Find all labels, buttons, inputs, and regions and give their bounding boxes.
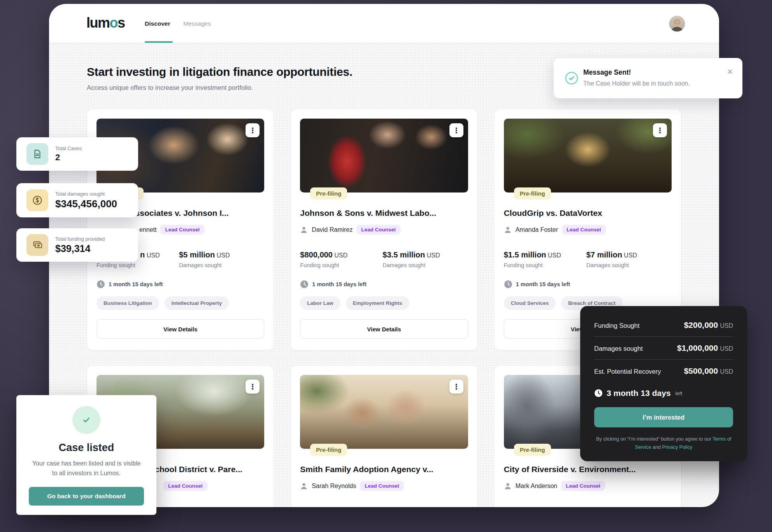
tag-pill: Intellectual Property bbox=[165, 296, 229, 310]
clock-icon bbox=[96, 280, 105, 289]
case-title: Smith Family Adoption Agency v... bbox=[300, 464, 468, 474]
active-tab-underline bbox=[145, 41, 173, 43]
lead-counsel-badge: Lead Counsel bbox=[160, 225, 204, 234]
damages-label: Damages sought bbox=[179, 262, 230, 268]
tab-discover[interactable]: Discover bbox=[145, 20, 170, 27]
tag-pill: Employment Rights bbox=[346, 296, 409, 310]
time-left: 1 month 15 days left bbox=[109, 281, 163, 287]
stat-total-funding: Total funding provided $39,314 bbox=[16, 228, 138, 262]
attorney-name: David Ramirez bbox=[312, 226, 353, 233]
status-badge: Pre-filing bbox=[310, 444, 347, 456]
case-detail-panel: Funding Sought $200,000USD Damages sough… bbox=[580, 306, 747, 461]
status-badge: Pre-filing bbox=[310, 187, 347, 200]
clock-icon bbox=[504, 280, 512, 289]
damages-value: $3.5 million bbox=[382, 250, 425, 259]
banknotes-icon bbox=[32, 240, 43, 250]
stat-value: $39,314 bbox=[55, 243, 105, 254]
panel-row-recovery: Est. Potential Recovery $500,000USD bbox=[594, 360, 733, 382]
case-title: CloudGrip vs. DataVortex bbox=[504, 208, 672, 218]
success-check-icon bbox=[72, 406, 100, 434]
user-avatar[interactable] bbox=[669, 16, 685, 32]
case-photo bbox=[300, 119, 468, 192]
panel-disclaimer: By clicking on “I’m interested” button y… bbox=[594, 435, 733, 451]
funding-value: $800,000 bbox=[300, 250, 332, 259]
panel-row-damages: Damages sought $1,000,000USD bbox=[594, 337, 733, 360]
funding-value: n bbox=[140, 250, 145, 259]
view-details-button[interactable]: View Details bbox=[300, 319, 468, 339]
modal-title: Case listed bbox=[29, 442, 144, 454]
go-back-dashboard-button[interactable]: Go back to your dashboard bbox=[29, 487, 144, 506]
status-badge: Pre-filing bbox=[514, 444, 551, 456]
im-interested-button[interactable]: I’m interested bbox=[594, 407, 733, 427]
kebab-menu-button[interactable]: ⋮ bbox=[449, 380, 463, 394]
case-photo bbox=[504, 119, 672, 192]
case-title: Johnson & Sons v. Midwest Labo... bbox=[300, 208, 468, 218]
person-icon bbox=[300, 482, 308, 490]
damages-value: $7 million bbox=[586, 250, 622, 259]
case-title: City of Riverside v. Environment... bbox=[504, 464, 672, 474]
damages-label: Damages sought bbox=[586, 262, 637, 268]
attorney-name: Mark Anderson bbox=[516, 483, 558, 490]
lead-counsel-badge: Lead Counsel bbox=[356, 225, 400, 234]
close-icon[interactable]: ✕ bbox=[727, 67, 733, 76]
panel-row-funding: Funding Sought $200,000USD bbox=[594, 314, 733, 337]
view-details-button[interactable]: View Details bbox=[96, 319, 264, 339]
success-check-icon bbox=[565, 72, 578, 85]
toast-message-sent: Message Sent! The Case Holder will be in… bbox=[554, 58, 742, 98]
funding-label: Funding sought bbox=[504, 262, 586, 268]
funding-value: $1.5 million bbox=[504, 250, 546, 259]
lead-counsel-badge: Lead Counsel bbox=[360, 481, 404, 491]
stat-label: Total damages sought bbox=[55, 191, 117, 197]
attorney-name: Sarah Reynolds bbox=[312, 483, 356, 490]
tab-messages[interactable]: Messages bbox=[183, 20, 211, 27]
person-icon bbox=[504, 482, 512, 490]
status-badge: Pre-filing bbox=[514, 187, 551, 200]
funding-label: Funding sought bbox=[300, 262, 382, 268]
tag-pill: Business Litigation bbox=[96, 296, 159, 310]
toast-body: The Case Holder will be in touch soon. bbox=[583, 80, 690, 87]
case-photo bbox=[300, 375, 468, 449]
stat-value: 2 bbox=[55, 152, 82, 163]
dollar-circle-icon bbox=[32, 195, 43, 206]
stat-label: Total Cases bbox=[55, 145, 82, 151]
time-left: 1 month 15 days left bbox=[516, 281, 570, 287]
lead-counsel-badge: Lead Counsel bbox=[562, 225, 606, 234]
stat-label: Total funding provided bbox=[55, 236, 105, 242]
case-listed-modal: Case listed Your case has been listed an… bbox=[16, 395, 156, 515]
panel-time-left: 3 month 13 days left bbox=[594, 388, 733, 398]
attorney-name: Amanda Foster bbox=[516, 226, 558, 233]
kebab-menu-button[interactable]: ⋮ bbox=[246, 123, 260, 137]
modal-body: Your case has been listed and is visible… bbox=[29, 459, 144, 478]
damages-value: $5 million bbox=[179, 250, 215, 259]
kebab-menu-button[interactable]: ⋮ bbox=[449, 123, 463, 137]
document-icon bbox=[32, 149, 42, 159]
funding-label: Funding sought bbox=[96, 262, 179, 268]
attorney-name: ennett bbox=[139, 226, 156, 233]
tag-pill: Cloud Services bbox=[504, 296, 556, 310]
stat-value: $345,456,000 bbox=[55, 198, 117, 210]
lead-counsel-badge: Lead Counsel bbox=[163, 481, 207, 491]
page-subtitle: Access unique offers to increase your in… bbox=[87, 84, 253, 91]
kebab-menu-button[interactable]: ⋮ bbox=[246, 380, 260, 394]
damages-label: Damages sought bbox=[382, 262, 440, 268]
person-icon bbox=[300, 226, 308, 234]
kebab-menu-button[interactable]: ⋮ bbox=[653, 123, 667, 137]
header: lumos Discover Messages bbox=[49, 4, 719, 43]
person-icon bbox=[504, 226, 512, 234]
case-card: ⋮ Pre-filing Johnson & Sons v. Midwest L… bbox=[290, 109, 477, 350]
case-card: ⋮ Pre-filing Smith Family Adoption Agenc… bbox=[290, 365, 477, 507]
tag-pill: Labor Law bbox=[300, 296, 340, 310]
lead-counsel-badge: Lead Counsel bbox=[561, 481, 605, 491]
page-title: Start investing in litigation finance op… bbox=[87, 65, 353, 79]
privacy-policy-link[interactable]: Privacy Policy bbox=[662, 444, 692, 450]
time-left: 1 month 15 days left bbox=[312, 281, 366, 287]
stat-total-damages: Total damages sought $345,456,000 bbox=[16, 183, 138, 217]
clock-icon bbox=[300, 280, 309, 289]
lumos-logo[interactable]: lumos bbox=[86, 15, 125, 31]
clock-icon bbox=[594, 389, 603, 397]
toast-title: Message Sent! bbox=[583, 68, 631, 77]
stat-total-cases: Total Cases 2 bbox=[16, 137, 138, 171]
